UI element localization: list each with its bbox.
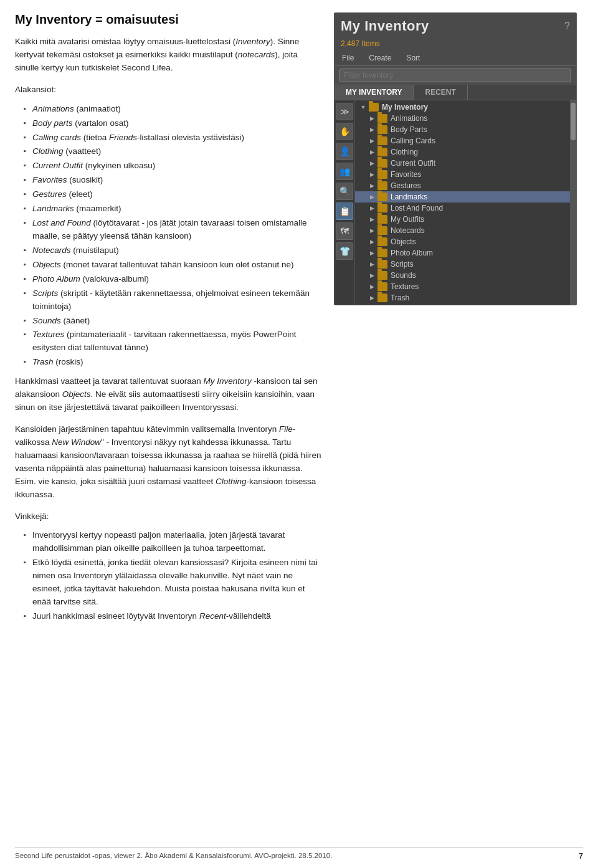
tree-item-label: My Outfits bbox=[391, 215, 424, 224]
arrow-icon: ▶ bbox=[369, 295, 375, 301]
tree-item-textures[interactable]: ▶ Textures bbox=[355, 281, 570, 292]
folder-icon bbox=[377, 204, 387, 212]
folder-icon bbox=[377, 159, 387, 168]
tree-item-sounds[interactable]: ▶ Sounds bbox=[355, 270, 570, 281]
inventory-folders-list: Animations (animaatiot) Body parts (vart… bbox=[15, 103, 323, 370]
avatar-icon[interactable]: 👤 bbox=[336, 143, 353, 160]
tree-item-label: Textures bbox=[391, 282, 419, 291]
arrow-icon: ▶ bbox=[369, 227, 375, 234]
friends-icon[interactable]: 👥 bbox=[336, 163, 353, 180]
tab-recent[interactable]: RECENT bbox=[414, 85, 467, 100]
map-icon[interactable]: 🗺 bbox=[336, 222, 353, 240]
inventory-icon[interactable]: 📋 bbox=[336, 203, 353, 220]
arrow-icon: ▶ bbox=[369, 272, 375, 279]
tree-item-body-parts[interactable]: ▶ Body Parts bbox=[355, 124, 570, 135]
tree-item-label: Lost And Found bbox=[391, 204, 443, 212]
list-item: Body parts (vartalon osat) bbox=[24, 117, 323, 130]
tab-my-inventory[interactable]: MY INVENTORY bbox=[335, 85, 414, 100]
list-item: Sounds (äänet) bbox=[24, 315, 323, 328]
tree-item-current-outfit[interactable]: ▶ Current Outfit bbox=[355, 158, 570, 169]
create-menu-button[interactable]: Create bbox=[366, 52, 394, 64]
list-item: Landmarks (maamerkit) bbox=[24, 203, 323, 216]
tree-item-label: Photo Album bbox=[391, 249, 433, 257]
tree-item-trash[interactable]: ▶ Trash bbox=[355, 292, 570, 303]
folder-icon bbox=[377, 125, 387, 134]
arrow-icon: ▶ bbox=[369, 183, 375, 189]
inventory-side-icons: ≫ ✋ 👤 👥 🔍 📋 🗺 👕 bbox=[335, 100, 355, 305]
tree-item-favorites[interactable]: ▶ Favorites bbox=[355, 169, 570, 180]
arrow-icon: ▶ bbox=[369, 261, 375, 267]
hand-icon[interactable]: ✋ bbox=[336, 123, 353, 140]
page-footer: Second Life perustaidot -opas, viewer 2.… bbox=[15, 847, 583, 861]
list-item: Inventoryysi kertyy nopeasti paljon mate… bbox=[24, 529, 323, 555]
arrow-icon: ▶ bbox=[369, 149, 375, 155]
list-item: Objects (monet tavarat tallentuvat tähän… bbox=[24, 259, 323, 272]
vinkkeja-title: Vinkkejä: bbox=[15, 510, 323, 523]
tree-item-clothing[interactable]: ▶ Clothing bbox=[355, 146, 570, 158]
arrow-icon: ▼ bbox=[360, 104, 366, 110]
folder-icon bbox=[377, 136, 387, 145]
arrow-icon: ▶ bbox=[369, 194, 375, 200]
list-item: Current Outfit (nykyinen ulkoasu) bbox=[24, 160, 323, 173]
tree-item-my-inventory[interactable]: ▼ My Inventory bbox=[355, 102, 570, 113]
arrow-icon: ▶ bbox=[369, 239, 375, 245]
list-item: Clothing (vaatteet) bbox=[24, 145, 323, 158]
alakansiot-label: Alakansiot: bbox=[15, 83, 323, 97]
folder-icon bbox=[377, 293, 387, 302]
tree-item-notecards[interactable]: ▶ Notecards bbox=[355, 225, 570, 236]
folder-icon bbox=[377, 148, 387, 156]
tree-item-label: Notecards bbox=[391, 226, 425, 235]
filter-input[interactable] bbox=[339, 69, 571, 82]
collapse-icon[interactable]: ≫ bbox=[336, 103, 353, 120]
tree-item-label: Current Outfit bbox=[391, 159, 435, 168]
folder-icon bbox=[377, 226, 387, 235]
tree-item-objects[interactable]: ▶ Objects bbox=[355, 236, 570, 247]
tree-item-animations[interactable]: ▶ Animations bbox=[355, 113, 570, 124]
left-column: My Inventory = omaisuutesi Kaikki mitä a… bbox=[15, 12, 323, 629]
folder-icon bbox=[377, 282, 387, 291]
tree-item-landmarks[interactable]: ▶ Landmarks bbox=[355, 191, 570, 203]
folder-icon bbox=[377, 170, 387, 179]
folder-icon bbox=[377, 249, 387, 257]
arrow-icon: ▶ bbox=[369, 284, 375, 290]
page-number: 7 bbox=[579, 852, 583, 861]
list-item: Photo Album (valokuva-albumi) bbox=[24, 273, 323, 286]
folder-icon bbox=[377, 193, 387, 201]
tree-item-label: Animations bbox=[391, 114, 427, 123]
inventory-panel-header: My Inventory ? bbox=[335, 13, 576, 38]
list-item: Scripts (skriptit - käytetään rakennetta… bbox=[24, 287, 323, 313]
tree-item-label: Favorites bbox=[391, 170, 421, 179]
inventory-scrollbar[interactable] bbox=[570, 100, 576, 305]
search-icon[interactable]: 🔍 bbox=[336, 183, 353, 200]
tree-item-my-outfits[interactable]: ▶ My Outfits bbox=[355, 214, 570, 225]
inventory-tree-area: ▼ My Inventory ▶ Animations ▶ B bbox=[355, 100, 576, 305]
folder-icon bbox=[369, 103, 379, 112]
folder-icon bbox=[377, 215, 387, 224]
scroll-thumb[interactable] bbox=[571, 103, 576, 140]
tree-item-scripts[interactable]: ▶ Scripts bbox=[355, 259, 570, 270]
sort-menu-button[interactable]: Sort bbox=[404, 52, 422, 64]
tree-item-calling-cards[interactable]: ▶ Calling Cards bbox=[355, 135, 570, 146]
list-item: Trash (roskis) bbox=[24, 356, 323, 369]
list-item: Gestures (eleet) bbox=[24, 188, 323, 201]
list-item: Juuri hankkimasi esineet löytyvät Invent… bbox=[24, 610, 323, 623]
tree-item-label: Calling Cards bbox=[391, 136, 435, 145]
clothing-icon[interactable]: 👕 bbox=[336, 242, 353, 260]
file-menu-button[interactable]: File bbox=[339, 52, 356, 64]
arrow-icon: ▶ bbox=[369, 205, 375, 211]
inventory-panel-body: ≫ ✋ 👤 👥 🔍 📋 🗺 👕 ▼ bbox=[335, 100, 576, 305]
para3: Kansioiden järjestäminen tapahtuu kätevi… bbox=[15, 423, 323, 502]
list-item: Animations (animaatiot) bbox=[24, 103, 323, 116]
tree-item-label: Sounds bbox=[391, 271, 416, 280]
help-button[interactable]: ? bbox=[564, 21, 570, 32]
folder-icon bbox=[377, 237, 387, 246]
footer-text: Second Life perustaidot -opas, viewer 2.… bbox=[15, 852, 332, 861]
tree-item-label: Gestures bbox=[391, 181, 421, 190]
tree-item-label: Landmarks bbox=[391, 193, 427, 201]
inventory-title: My Inventory bbox=[341, 18, 429, 34]
tree-item-label: Clothing bbox=[391, 148, 418, 156]
page-title: My Inventory = omaisuutesi bbox=[15, 12, 323, 27]
tree-item-lost-and-found[interactable]: ▶ Lost And Found bbox=[355, 203, 570, 214]
tree-item-gestures[interactable]: ▶ Gestures bbox=[355, 180, 570, 191]
tree-item-photo-album[interactable]: ▶ Photo Album bbox=[355, 247, 570, 259]
